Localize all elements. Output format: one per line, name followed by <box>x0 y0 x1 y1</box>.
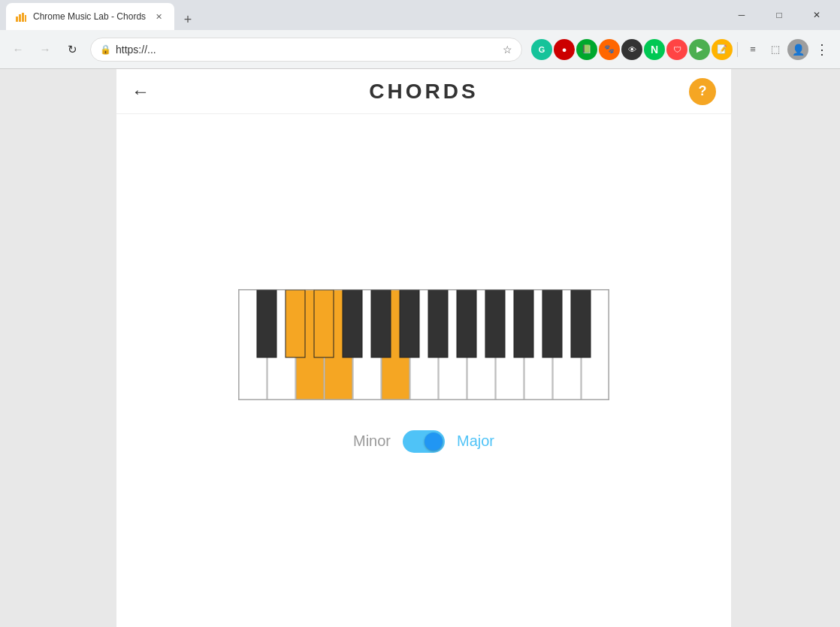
svg-rect-0 <box>16 17 18 22</box>
black-key-4[interactable] <box>343 290 362 357</box>
piano-container: Minor Major <box>116 114 731 627</box>
toolbar-divider <box>737 42 738 57</box>
black-key-10[interactable] <box>514 290 533 357</box>
black-key-11[interactable] <box>542 290 562 357</box>
address-text: https://... <box>116 44 498 56</box>
major-label: Major <box>457 433 494 450</box>
tab-favicon <box>15 11 27 23</box>
main-area: ← CHORDS ? <box>116 69 731 627</box>
close-button[interactable]: ✕ <box>799 3 834 27</box>
address-bar: ← → ↻ 🔒 https://... ☆ G ● 📗 🐾 👁 N 🛡 ▶ 📝 … <box>0 30 840 69</box>
svg-rect-1 <box>19 14 21 22</box>
profile-icon[interactable]: 👤 <box>787 39 808 60</box>
ext-claws-icon[interactable]: 🐾 <box>599 39 620 60</box>
minor-label: Minor <box>353 433 391 450</box>
app-header: ← CHORDS ? <box>116 69 731 114</box>
toggle-container: Minor Major <box>353 430 494 453</box>
reading-list-icon[interactable]: ≡ <box>742 39 763 60</box>
black-key-8[interactable] <box>457 290 476 357</box>
lock-icon: 🔒 <box>100 44 111 55</box>
browser-window: Chrome Music Lab - Chords ✕ + ─ □ ✕ ← → … <box>0 0 840 627</box>
page-content: ← CHORDS ? <box>0 69 840 627</box>
page-title: CHORDS <box>369 80 478 104</box>
back-button[interactable]: ← <box>6 38 30 62</box>
svg-rect-2 <box>22 13 24 22</box>
ext-vpn-icon[interactable]: 🛡 <box>666 39 687 60</box>
tab-strip: Chrome Music Lab - Chords ✕ + <box>6 0 724 30</box>
ext-lastpass-icon[interactable]: ● <box>554 39 575 60</box>
ext-green-icon[interactable]: ▶ <box>689 39 710 60</box>
black-key-2-active[interactable] <box>286 290 305 357</box>
tab-groups-icon[interactable]: ⬚ <box>765 39 786 60</box>
tab-close-button[interactable]: ✕ <box>152 10 165 23</box>
reload-button[interactable]: ↻ <box>60 38 84 62</box>
minimize-button[interactable]: ─ <box>724 3 759 27</box>
help-button[interactable]: ? <box>689 78 716 105</box>
black-key-5[interactable] <box>371 290 391 357</box>
black-key-7[interactable] <box>428 290 448 357</box>
tab-title-text: Chrome Music Lab - Chords <box>33 11 146 22</box>
bookmark-star-icon[interactable]: ☆ <box>503 44 512 56</box>
black-key-1[interactable] <box>257 290 276 357</box>
ext-evernote-icon[interactable]: 📗 <box>576 39 597 60</box>
black-key-9[interactable] <box>485 290 505 357</box>
new-tab-button[interactable]: + <box>177 9 198 30</box>
maximize-button[interactable]: □ <box>762 3 796 27</box>
svg-rect-3 <box>25 15 26 22</box>
chord-mode-toggle[interactable] <box>403 430 445 453</box>
extension-toolbar: G ● 📗 🐾 👁 N 🛡 ▶ 📝 ≡ ⬚ 👤 ⋮ <box>531 38 834 62</box>
active-tab[interactable]: Chrome Music Lab - Chords ✕ <box>6 3 174 30</box>
toggle-thumb <box>425 433 443 451</box>
right-sidebar <box>731 69 840 627</box>
chrome-menu-button[interactable]: ⋮ <box>810 38 834 62</box>
piano-keyboard[interactable] <box>238 289 609 400</box>
black-key-12[interactable] <box>571 290 591 357</box>
black-key-3-active[interactable] <box>314 290 334 357</box>
title-bar: Chrome Music Lab - Chords ✕ + ─ □ ✕ <box>0 0 840 30</box>
window-controls: ─ □ ✕ <box>724 3 834 27</box>
piano-svg[interactable] <box>238 289 609 400</box>
black-key-6[interactable] <box>400 290 419 357</box>
back-navigation-button[interactable]: ← <box>131 81 150 102</box>
address-input[interactable]: 🔒 https://... ☆ <box>90 38 522 62</box>
ext-n-icon[interactable]: N <box>644 39 665 60</box>
ext-eye-icon[interactable]: 👁 <box>621 39 642 60</box>
left-sidebar <box>0 69 116 627</box>
ext-note-icon[interactable]: 📝 <box>712 39 733 60</box>
ext-grammarly-icon[interactable]: G <box>531 39 552 60</box>
forward-button[interactable]: → <box>33 38 57 62</box>
